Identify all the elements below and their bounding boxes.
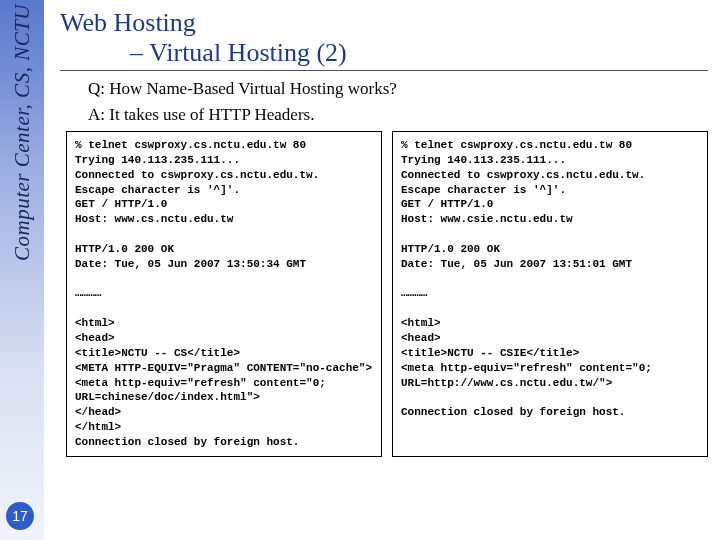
sidebar-text: Computer Center, CS, NCTU	[10, 4, 35, 261]
title-line1: Web Hosting	[60, 8, 708, 38]
title-block: Web Hosting – Virtual Hosting (2)	[60, 8, 708, 68]
qa-block: Q: How Name-Based Virtual Hosting works?…	[88, 79, 708, 125]
title-line2: – Virtual Hosting (2)	[60, 38, 708, 68]
right-code-box: % telnet cswproxy.cs.nctu.edu.tw 80 Tryi…	[392, 131, 708, 457]
page-number-badge: 17	[6, 502, 34, 530]
code-columns: % telnet cswproxy.cs.nctu.edu.tw 80 Tryi…	[66, 131, 708, 457]
title-underline	[60, 70, 708, 71]
page-number: 17	[12, 508, 28, 524]
question-text: Q: How Name-Based Virtual Hosting works?	[88, 79, 708, 99]
sidebar-strip: Computer Center, CS, NCTU	[0, 0, 44, 540]
answer-text: A: It takes use of HTTP Headers.	[88, 105, 708, 125]
left-code-box: % telnet cswproxy.cs.nctu.edu.tw 80 Tryi…	[66, 131, 382, 457]
slide-content: Web Hosting – Virtual Hosting (2) Q: How…	[60, 8, 708, 530]
